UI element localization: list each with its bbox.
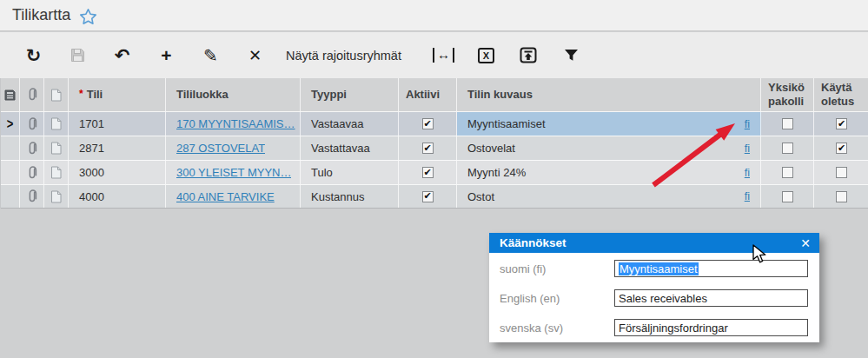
- excel-export-button[interactable]: X: [465, 38, 507, 73]
- accounts-table: * Tili Tililuokka Tyyppi Aktiivi Tilin k…: [0, 78, 868, 209]
- header-notes: [44, 78, 69, 111]
- translation-link-fi[interactable]: fi: [745, 190, 750, 202]
- translation-link-fi[interactable]: fi: [745, 143, 750, 155]
- delete-row-button[interactable]: ✕: [233, 38, 277, 73]
- document-icon[interactable]: [50, 117, 62, 130]
- checkbox-kayta-oletus[interactable]: ✔: [836, 143, 847, 154]
- table-row[interactable]: 3000 300 YLEISET MYYN… Tulo ✔ Myynti 24%…: [1, 160, 868, 184]
- paperclip-icon[interactable]: [27, 142, 37, 156]
- checkbox-aktiivi[interactable]: ✔: [422, 118, 434, 129]
- column-header-aktiivi[interactable]: Aktiivi: [399, 78, 457, 111]
- check-icon: ✔: [838, 143, 845, 153]
- checkbox-kayta-oletus[interactable]: ✔: [836, 191, 847, 202]
- checkbox-yksikko-pakollinen[interactable]: ✔: [782, 118, 793, 129]
- cell-tilin-kuvaus: Myynti 24%: [467, 166, 745, 179]
- cell-tilin-kuvaus: Ostovelat: [467, 142, 745, 155]
- column-header-tyyppi[interactable]: Tyyppi: [301, 78, 399, 111]
- check-icon: ✔: [838, 119, 845, 129]
- cell-tilin-kuvaus: Ostot: [467, 190, 745, 203]
- account-class-link[interactable]: 170 MYYNTISAAMIS…: [176, 117, 295, 130]
- filter-button[interactable]: [550, 38, 593, 73]
- delete-icon: ✕: [248, 48, 262, 63]
- account-class-link[interactable]: 287 OSTOVELAT: [176, 142, 265, 155]
- checkbox-yksikko-pakollinen[interactable]: ✔: [782, 167, 793, 178]
- undo-button[interactable]: ↶: [100, 38, 144, 73]
- checkbox-aktiivi[interactable]: ✔: [422, 143, 434, 154]
- refresh-button[interactable]: ↻: [11, 38, 56, 73]
- cell-tili: 2871: [69, 136, 166, 160]
- account-class-link[interactable]: 400 AINE TARVIKE: [176, 190, 275, 203]
- batch-save-icon: [4, 90, 16, 101]
- paperclip-icon[interactable]: [27, 117, 37, 131]
- table-row[interactable]: 4000 400 AINE TARVIKE Kustannus ✔ Ostot …: [1, 184, 868, 209]
- document-icon[interactable]: [50, 190, 62, 203]
- checkbox-kayta-oletus[interactable]: ✔: [836, 118, 847, 129]
- document-icon[interactable]: [50, 166, 62, 179]
- cell-tili: 3000: [69, 161, 166, 184]
- cell-tyyppi: Kustannus: [301, 185, 399, 208]
- filter-icon: [564, 49, 579, 62]
- cell-tyyppi: Vastaavaa: [301, 112, 399, 136]
- paperclip-icon[interactable]: [27, 166, 37, 180]
- required-marker: *: [79, 89, 83, 101]
- translation-link-fi[interactable]: fi: [745, 118, 750, 130]
- translation-link-fi[interactable]: fi: [745, 167, 750, 179]
- label-suomi-fi: suomi (fi): [500, 262, 614, 275]
- save-button[interactable]: [56, 38, 100, 73]
- input-suomi-fi[interactable]: Myyntisaamiset: [614, 260, 808, 277]
- label-svenska-sv: svenska (sv): [500, 322, 614, 335]
- column-header-kayta-oletus[interactable]: Käytä oletus: [814, 78, 868, 111]
- checkbox-aktiivi[interactable]: ✔: [422, 167, 434, 178]
- upload-icon: [520, 47, 537, 63]
- checkbox-yksikko-pakollinen[interactable]: ✔: [782, 143, 793, 154]
- column-header-tili[interactable]: * Tili: [69, 78, 166, 111]
- undo-icon: ↶: [115, 46, 130, 64]
- column-header-tililuokka[interactable]: Tililuokka: [166, 78, 301, 111]
- checkbox-yksikko-pakollinen[interactable]: ✔: [782, 191, 793, 202]
- cell-tili: 1701: [69, 112, 166, 136]
- checkbox-kayta-oletus[interactable]: ✔: [836, 167, 847, 178]
- upload-button[interactable]: [507, 38, 550, 73]
- account-class-link[interactable]: 300 YLEISET MYYN…: [176, 166, 291, 179]
- dialog-title-bar[interactable]: Käännökset ✕: [489, 233, 819, 253]
- column-header-tilin-kuvaus[interactable]: Tilin kuvaus: [457, 78, 761, 111]
- check-icon: ✔: [423, 143, 431, 153]
- input-svenska-sv[interactable]: [614, 319, 808, 336]
- save-icon: [70, 48, 85, 63]
- fit-column-width-button[interactable]: ↔: [422, 38, 465, 73]
- table-row[interactable]: 2871 287 OSTOVELAT Vastattavaa ✔ Ostovel…: [1, 136, 868, 160]
- refresh-icon: ↻: [26, 46, 42, 64]
- label-english-en: English (en): [500, 292, 614, 305]
- excel-export-icon: X: [478, 48, 494, 63]
- dialog-title: Käännökset: [500, 236, 567, 249]
- table-row[interactable]: > 1701 170 MYYNTISAAMIS… Vastaavaa ✔ Myy…: [1, 111, 868, 136]
- page-title: Tilikartta: [12, 6, 70, 24]
- input-english-en[interactable]: [614, 289, 808, 307]
- header-batch-save: [1, 78, 20, 111]
- favorite-star-icon[interactable]: [79, 8, 97, 25]
- selected-text: Myyntisaamiset: [619, 262, 699, 275]
- show-restriction-groups-button[interactable]: Näytä rajoitusryhmät: [277, 38, 410, 73]
- app-window: Tilikartta ↻ ↶ + ✎: [0, 0, 868, 358]
- checkbox-aktiivi[interactable]: ✔: [422, 191, 434, 202]
- current-row-marker-icon: >: [7, 116, 14, 132]
- add-row-button[interactable]: +: [144, 38, 189, 73]
- cell-tilin-kuvaus: Myyntisaamiset: [467, 117, 745, 130]
- check-icon: ✔: [423, 168, 431, 177]
- column-header-yksikko-pakollinen[interactable]: Yksikö pakolli: [761, 78, 814, 111]
- edit-row-button[interactable]: ✎: [189, 38, 233, 73]
- check-icon: ✔: [423, 119, 431, 129]
- cell-tili: 4000: [69, 185, 166, 208]
- cell-tyyppi: Vastattavaa: [301, 136, 399, 160]
- table-header: * Tili Tililuokka Tyyppi Aktiivi Tilin k…: [1, 78, 868, 111]
- cell-tyyppi: Tulo: [301, 161, 399, 184]
- fit-width-icon: ↔: [433, 48, 454, 63]
- document-icon[interactable]: [50, 142, 62, 155]
- add-icon: +: [161, 46, 171, 64]
- close-icon[interactable]: ✕: [800, 236, 811, 250]
- document-icon: [50, 89, 62, 102]
- paperclip-icon: [27, 88, 37, 102]
- header-attachments: [20, 78, 44, 111]
- check-icon: ✔: [423, 191, 431, 201]
- paperclip-icon[interactable]: [27, 189, 37, 203]
